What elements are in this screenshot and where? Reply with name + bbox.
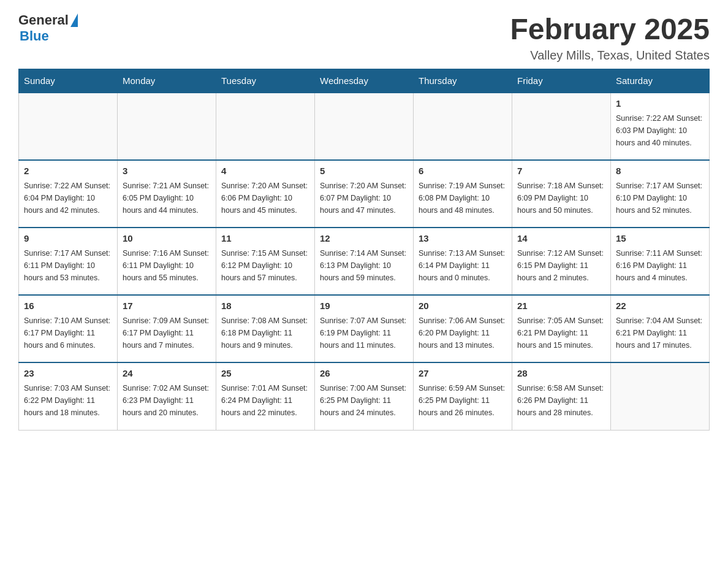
calendar-cell-1-3: 5Sunrise: 7:20 AM Sunset: 6:07 PM Daylig… <box>315 160 414 228</box>
day-number: 5 <box>320 164 408 178</box>
day-info: Sunrise: 7:00 AM Sunset: 6:25 PM Dayligh… <box>320 382 408 419</box>
subtitle: Valley Mills, Texas, United States <box>510 48 710 63</box>
calendar-table: Sunday Monday Tuesday Wednesday Thursday… <box>18 69 710 431</box>
day-info: Sunrise: 7:09 AM Sunset: 6:17 PM Dayligh… <box>123 315 211 351</box>
day-info: Sunrise: 7:01 AM Sunset: 6:24 PM Dayligh… <box>221 382 309 419</box>
logo-general-text: General <box>18 12 69 28</box>
col-friday: Friday <box>512 69 611 93</box>
col-thursday: Thursday <box>414 69 512 93</box>
main-title: February 2025 <box>510 12 710 46</box>
day-info: Sunrise: 7:22 AM Sunset: 6:04 PM Dayligh… <box>24 180 112 216</box>
day-info: Sunrise: 6:59 AM Sunset: 6:25 PM Dayligh… <box>419 382 507 419</box>
col-saturday: Saturday <box>611 69 710 93</box>
calendar-cell-4-2: 25Sunrise: 7:01 AM Sunset: 6:24 PM Dayli… <box>216 362 315 430</box>
day-info: Sunrise: 7:20 AM Sunset: 6:07 PM Dayligh… <box>320 180 408 216</box>
title-section: February 2025 Valley Mills, Texas, Unite… <box>510 12 710 63</box>
day-info: Sunrise: 7:17 AM Sunset: 6:10 PM Dayligh… <box>616 180 704 216</box>
day-number: 15 <box>616 232 704 246</box>
col-sunday: Sunday <box>19 69 118 93</box>
day-info: Sunrise: 7:16 AM Sunset: 6:11 PM Dayligh… <box>123 247 211 284</box>
day-number: 26 <box>320 367 408 381</box>
day-number: 20 <box>419 299 507 313</box>
week-row-1: 2Sunrise: 7:22 AM Sunset: 6:04 PM Daylig… <box>19 160 710 228</box>
day-number: 18 <box>221 299 309 313</box>
day-info: Sunrise: 7:06 AM Sunset: 6:20 PM Dayligh… <box>419 315 507 351</box>
calendar-cell-1-6: 8Sunrise: 7:17 AM Sunset: 6:10 PM Daylig… <box>611 160 710 228</box>
logo: General Blue <box>18 12 78 44</box>
calendar-header-row: Sunday Monday Tuesday Wednesday Thursday… <box>19 69 710 93</box>
day-info: Sunrise: 7:07 AM Sunset: 6:19 PM Dayligh… <box>320 315 408 351</box>
calendar-cell-3-0: 16Sunrise: 7:10 AM Sunset: 6:17 PM Dayli… <box>19 295 118 362</box>
calendar-cell-2-2: 11Sunrise: 7:15 AM Sunset: 6:12 PM Dayli… <box>216 228 315 295</box>
week-row-2: 9Sunrise: 7:17 AM Sunset: 6:11 PM Daylig… <box>19 228 710 295</box>
day-info: Sunrise: 7:02 AM Sunset: 6:23 PM Dayligh… <box>123 382 211 419</box>
calendar-cell-0-6: 1Sunrise: 7:22 AM Sunset: 6:03 PM Daylig… <box>611 93 710 160</box>
calendar-cell-1-2: 4Sunrise: 7:20 AM Sunset: 6:06 PM Daylig… <box>216 160 315 228</box>
day-info: Sunrise: 7:12 AM Sunset: 6:15 PM Dayligh… <box>517 247 605 284</box>
calendar-cell-3-1: 17Sunrise: 7:09 AM Sunset: 6:17 PM Dayli… <box>118 295 216 362</box>
day-info: Sunrise: 7:19 AM Sunset: 6:08 PM Dayligh… <box>419 180 507 216</box>
calendar-cell-1-0: 2Sunrise: 7:22 AM Sunset: 6:04 PM Daylig… <box>19 160 118 228</box>
day-info: Sunrise: 7:14 AM Sunset: 6:13 PM Dayligh… <box>320 247 408 284</box>
day-info: Sunrise: 6:58 AM Sunset: 6:26 PM Dayligh… <box>517 382 605 419</box>
day-number: 28 <box>517 367 605 381</box>
calendar-cell-4-5: 28Sunrise: 6:58 AM Sunset: 6:26 PM Dayli… <box>512 362 611 430</box>
calendar-cell-4-1: 24Sunrise: 7:02 AM Sunset: 6:23 PM Dayli… <box>118 362 216 430</box>
calendar-cell-0-3 <box>315 93 414 160</box>
day-info: Sunrise: 7:08 AM Sunset: 6:18 PM Dayligh… <box>221 315 309 351</box>
day-number: 6 <box>419 164 507 178</box>
week-row-0: 1Sunrise: 7:22 AM Sunset: 6:03 PM Daylig… <box>19 93 710 160</box>
page-header: General Blue February 2025 Valley Mills,… <box>18 12 710 63</box>
logo-triangle-icon <box>70 13 78 27</box>
day-number: 11 <box>221 232 309 246</box>
day-info: Sunrise: 7:04 AM Sunset: 6:21 PM Dayligh… <box>616 315 704 351</box>
col-monday: Monday <box>118 69 216 93</box>
calendar-cell-1-4: 6Sunrise: 7:19 AM Sunset: 6:08 PM Daylig… <box>414 160 512 228</box>
week-row-3: 16Sunrise: 7:10 AM Sunset: 6:17 PM Dayli… <box>19 295 710 362</box>
day-number: 1 <box>616 97 704 111</box>
logo-blue-text: Blue <box>20 28 49 44</box>
day-number: 19 <box>320 299 408 313</box>
day-number: 14 <box>517 232 605 246</box>
day-info: Sunrise: 7:05 AM Sunset: 6:21 PM Dayligh… <box>517 315 605 351</box>
calendar-cell-2-1: 10Sunrise: 7:16 AM Sunset: 6:11 PM Dayli… <box>118 228 216 295</box>
calendar-cell-0-2 <box>216 93 315 160</box>
day-number: 4 <box>221 164 309 178</box>
calendar-cell-3-3: 19Sunrise: 7:07 AM Sunset: 6:19 PM Dayli… <box>315 295 414 362</box>
day-number: 3 <box>123 164 211 178</box>
day-number: 16 <box>24 299 112 313</box>
calendar-cell-0-4 <box>414 93 512 160</box>
day-number: 25 <box>221 367 309 381</box>
day-info: Sunrise: 7:13 AM Sunset: 6:14 PM Dayligh… <box>419 247 507 284</box>
day-number: 10 <box>123 232 211 246</box>
col-wednesday: Wednesday <box>315 69 414 93</box>
calendar-cell-0-0 <box>19 93 118 160</box>
day-info: Sunrise: 7:03 AM Sunset: 6:22 PM Dayligh… <box>24 382 112 419</box>
day-info: Sunrise: 7:22 AM Sunset: 6:03 PM Dayligh… <box>616 112 704 149</box>
day-info: Sunrise: 7:17 AM Sunset: 6:11 PM Dayligh… <box>24 247 112 284</box>
day-number: 2 <box>24 164 112 178</box>
calendar-cell-4-6 <box>611 362 710 430</box>
calendar-cell-2-3: 12Sunrise: 7:14 AM Sunset: 6:13 PM Dayli… <box>315 228 414 295</box>
calendar-cell-1-1: 3Sunrise: 7:21 AM Sunset: 6:05 PM Daylig… <box>118 160 216 228</box>
week-row-4: 23Sunrise: 7:03 AM Sunset: 6:22 PM Dayli… <box>19 362 710 430</box>
calendar-cell-3-6: 22Sunrise: 7:04 AM Sunset: 6:21 PM Dayli… <box>611 295 710 362</box>
calendar-cell-3-5: 21Sunrise: 7:05 AM Sunset: 6:21 PM Dayli… <box>512 295 611 362</box>
day-number: 22 <box>616 299 704 313</box>
day-number: 9 <box>24 232 112 246</box>
day-info: Sunrise: 7:15 AM Sunset: 6:12 PM Dayligh… <box>221 247 309 284</box>
day-number: 8 <box>616 164 704 178</box>
day-number: 7 <box>517 164 605 178</box>
calendar-cell-1-5: 7Sunrise: 7:18 AM Sunset: 6:09 PM Daylig… <box>512 160 611 228</box>
day-number: 13 <box>419 232 507 246</box>
calendar-cell-2-6: 15Sunrise: 7:11 AM Sunset: 6:16 PM Dayli… <box>611 228 710 295</box>
col-tuesday: Tuesday <box>216 69 315 93</box>
calendar-cell-2-5: 14Sunrise: 7:12 AM Sunset: 6:15 PM Dayli… <box>512 228 611 295</box>
calendar-cell-2-0: 9Sunrise: 7:17 AM Sunset: 6:11 PM Daylig… <box>19 228 118 295</box>
day-number: 27 <box>419 367 507 381</box>
day-info: Sunrise: 7:18 AM Sunset: 6:09 PM Dayligh… <box>517 180 605 216</box>
calendar-cell-4-4: 27Sunrise: 6:59 AM Sunset: 6:25 PM Dayli… <box>414 362 512 430</box>
day-number: 12 <box>320 232 408 246</box>
day-number: 24 <box>123 367 211 381</box>
calendar-cell-4-0: 23Sunrise: 7:03 AM Sunset: 6:22 PM Dayli… <box>19 362 118 430</box>
